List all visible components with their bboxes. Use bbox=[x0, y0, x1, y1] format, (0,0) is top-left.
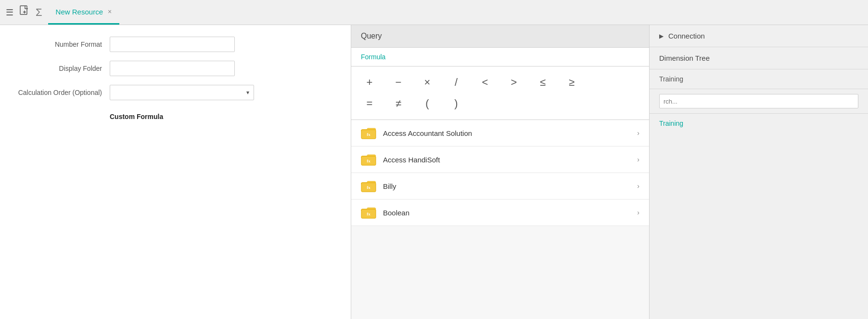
left-panel: Number Format Display Folder Calculation… bbox=[0, 25, 351, 319]
right-search-area bbox=[650, 89, 868, 114]
top-bar: ☰ Σ New Resource × bbox=[0, 0, 868, 25]
dimension-tree-label: Dimension Tree bbox=[659, 54, 710, 62]
folder-icon: fx bbox=[361, 127, 376, 139]
display-folder-row: Display Folder bbox=[15, 61, 335, 76]
calculation-order-select[interactable] bbox=[110, 85, 254, 100]
connection-section[interactable]: ▶ Connection bbox=[650, 25, 868, 47]
connection-arrow-icon: ▶ bbox=[659, 33, 664, 40]
svg-text:fx: fx bbox=[367, 185, 370, 190]
less-equal-operator[interactable]: ≤ bbox=[534, 76, 551, 89]
hamburger-icon[interactable]: ☰ bbox=[6, 8, 13, 17]
display-folder-input[interactable] bbox=[110, 61, 235, 76]
connection-label: Connection bbox=[668, 32, 705, 40]
display-folder-label: Display Folder bbox=[15, 65, 102, 72]
svg-text:fx: fx bbox=[367, 132, 370, 137]
calculation-order-label: Calculation Order (Optional) bbox=[15, 89, 102, 96]
training-partial-label: Training bbox=[650, 69, 868, 89]
operators-row-1: + − × / < > ≤ ≥ bbox=[361, 76, 639, 89]
folder-chevron-icon: › bbox=[637, 156, 639, 163]
plus-operator[interactable]: + bbox=[361, 76, 378, 89]
folder-item-access-accountant[interactable]: fx Access Accountant Solution › bbox=[351, 120, 649, 146]
svg-rect-0 bbox=[20, 6, 27, 14]
folder-item-boolean[interactable]: fx Boolean › bbox=[351, 199, 649, 226]
folder-name: Access HandiSoft bbox=[383, 156, 630, 164]
sigma-icon[interactable]: Σ bbox=[36, 6, 42, 19]
close-paren-operator[interactable]: ) bbox=[447, 97, 465, 110]
not-equal-operator[interactable]: ≠ bbox=[390, 97, 407, 110]
tab-area: New Resource × bbox=[48, 0, 120, 25]
multiply-operator[interactable]: × bbox=[419, 76, 436, 89]
custom-formula-label: Custom Formula bbox=[110, 113, 335, 120]
folder-item-access-handisoft[interactable]: fx Access HandiSoft › bbox=[351, 146, 649, 173]
formula-bar-label: Formula bbox=[361, 53, 385, 61]
greater-than-operator[interactable]: > bbox=[505, 76, 523, 89]
less-than-operator[interactable]: < bbox=[476, 76, 494, 89]
query-title: Query bbox=[361, 32, 382, 40]
calculation-order-wrapper: ▾ bbox=[110, 85, 254, 100]
right-search-input[interactable] bbox=[659, 94, 858, 108]
greater-equal-operator[interactable]: ≥ bbox=[563, 76, 580, 89]
main-content: Number Format Display Folder Calculation… bbox=[0, 25, 868, 319]
operators-panel: + − × / < > ≤ ≥ = ≠ ( ) bbox=[351, 66, 649, 120]
number-format-label: Number Format bbox=[15, 40, 102, 48]
right-panel: ▶ Connection Dimension Tree Training Tra… bbox=[650, 25, 868, 319]
middle-panel: Query Formula + − × / < > ≤ ≥ = ≠ ( ) bbox=[351, 25, 650, 319]
folder-icon: fx bbox=[361, 206, 376, 219]
svg-text:fx: fx bbox=[367, 212, 370, 216]
open-paren-operator[interactable]: ( bbox=[419, 97, 436, 110]
number-format-row: Number Format bbox=[15, 37, 335, 52]
query-header: Query bbox=[351, 25, 649, 48]
formula-bar[interactable]: Formula bbox=[351, 48, 649, 66]
folder-name: Billy bbox=[383, 182, 630, 190]
folder-icon: fx bbox=[361, 180, 376, 192]
number-format-input[interactable] bbox=[110, 37, 235, 52]
folder-name: Access Accountant Solution bbox=[383, 129, 630, 137]
new-resource-icon[interactable] bbox=[19, 5, 30, 20]
calculation-order-row: Calculation Order (Optional) ▾ bbox=[15, 85, 335, 100]
folder-chevron-icon: › bbox=[637, 182, 639, 190]
folder-name: Boolean bbox=[383, 209, 630, 217]
minus-operator[interactable]: − bbox=[390, 76, 407, 89]
svg-text:fx: fx bbox=[367, 159, 370, 163]
operators-row-2: = ≠ ( ) bbox=[361, 97, 639, 110]
dimension-tree-section[interactable]: Dimension Tree bbox=[650, 47, 868, 69]
tab-label: New Resource bbox=[56, 8, 103, 16]
folder-chevron-icon: › bbox=[637, 209, 639, 216]
folder-item-billy[interactable]: fx Billy › bbox=[351, 173, 649, 199]
folder-list: fx Access Accountant Solution › fx Acces… bbox=[351, 120, 649, 319]
divide-operator[interactable]: / bbox=[447, 76, 465, 89]
equals-operator[interactable]: = bbox=[361, 97, 378, 110]
tab-close-button[interactable]: × bbox=[108, 8, 112, 15]
right-training-item[interactable]: Training bbox=[650, 114, 868, 133]
folder-icon: fx bbox=[361, 153, 376, 166]
folder-chevron-icon: › bbox=[637, 129, 639, 137]
new-resource-tab[interactable]: New Resource × bbox=[48, 0, 120, 25]
